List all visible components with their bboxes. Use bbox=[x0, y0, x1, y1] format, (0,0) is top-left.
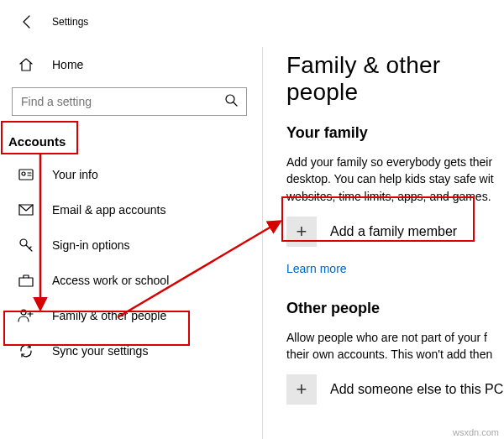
svg-line-8 bbox=[26, 245, 32, 251]
other-section-desc: Allow people who are not part of your f … bbox=[286, 329, 504, 363]
back-icon[interactable] bbox=[17, 12, 37, 32]
people-add-icon bbox=[17, 306, 35, 325]
svg-rect-2 bbox=[19, 170, 33, 180]
search-icon bbox=[224, 93, 238, 110]
add-family-button[interactable]: + Add a family member bbox=[286, 217, 504, 247]
sync-icon bbox=[17, 342, 35, 360]
content: Home Accounts Your info Email & app acco… bbox=[0, 47, 504, 439]
sidebar: Home Accounts Your info Email & app acco… bbox=[0, 47, 262, 439]
learn-more-link[interactable]: Learn more bbox=[286, 262, 347, 275]
sidebar-item-label: Your info bbox=[52, 168, 98, 181]
plus-icon: + bbox=[286, 217, 317, 247]
sidebar-home[interactable]: Home bbox=[0, 47, 259, 82]
sidebar-item-work-school[interactable]: Access work or school bbox=[0, 263, 259, 298]
sidebar-category: Accounts bbox=[0, 126, 259, 157]
main: Family & other people Your family Add yo… bbox=[262, 47, 504, 439]
sidebar-item-your-info[interactable]: Your info bbox=[0, 157, 259, 192]
id-card-icon bbox=[17, 165, 35, 184]
add-other-button[interactable]: + Add someone else to this PC bbox=[286, 374, 504, 405]
svg-point-0 bbox=[226, 95, 234, 103]
sidebar-item-sync[interactable]: Sync your settings bbox=[0, 333, 259, 368]
sidebar-item-label: Sign-in options bbox=[52, 238, 130, 252]
svg-point-3 bbox=[22, 172, 25, 175]
search-box[interactable] bbox=[12, 87, 247, 116]
svg-line-1 bbox=[234, 102, 237, 106]
sidebar-item-label: Family & other people bbox=[52, 309, 166, 322]
watermark: wsxdn.com bbox=[453, 427, 499, 437]
titlebar: Settings bbox=[0, 0, 504, 47]
plus-icon: + bbox=[286, 374, 317, 405]
sidebar-item-email[interactable]: Email & app accounts bbox=[0, 192, 259, 227]
search-input[interactable] bbox=[21, 95, 224, 108]
briefcase-icon bbox=[17, 271, 35, 290]
page-title: Family & other people bbox=[286, 52, 504, 106]
sidebar-home-label: Home bbox=[52, 58, 83, 71]
svg-point-11 bbox=[21, 310, 26, 315]
home-icon bbox=[17, 55, 35, 74]
family-section-desc: Add your family so everybody gets their … bbox=[286, 154, 504, 205]
sidebar-item-label: Access work or school bbox=[52, 274, 169, 287]
sidebar-item-family[interactable]: Family & other people bbox=[0, 298, 259, 333]
add-family-label: Add a family member bbox=[330, 224, 457, 239]
sidebar-item-label: Sync your settings bbox=[52, 344, 148, 358]
svg-line-9 bbox=[29, 247, 31, 248]
svg-rect-10 bbox=[19, 278, 33, 286]
add-other-label: Add someone else to this PC bbox=[330, 382, 503, 397]
mail-icon bbox=[17, 201, 35, 219]
other-section-title: Other people bbox=[286, 300, 504, 317]
key-icon bbox=[17, 236, 35, 254]
family-section-title: Your family bbox=[286, 124, 504, 142]
window-title: Settings bbox=[52, 16, 88, 28]
sidebar-item-signin[interactable]: Sign-in options bbox=[0, 227, 259, 263]
sidebar-item-label: Email & app accounts bbox=[52, 203, 165, 217]
